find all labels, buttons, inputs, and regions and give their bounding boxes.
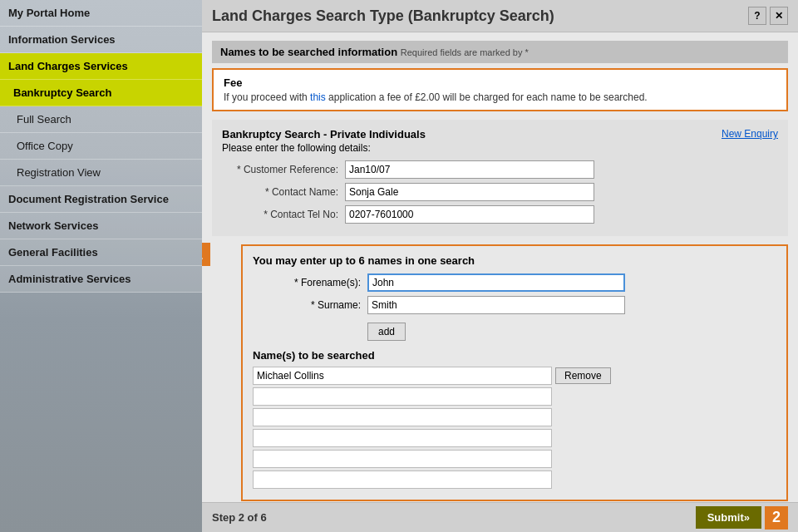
surname-row: * Surname: xyxy=(253,296,776,314)
customer-reference-input[interactable] xyxy=(345,160,594,179)
content-area: Land Charges Search Type (Bankruptcy Sea… xyxy=(202,0,798,532)
searched-name-row-5 xyxy=(253,450,776,468)
contact-tel-row: * Contact Tel No: xyxy=(222,205,778,224)
section-subtext: Required fields are marked by * xyxy=(401,47,529,57)
forename-row: * Forename(s): xyxy=(253,273,776,292)
step-text: Step 2 of 6 xyxy=(212,511,267,524)
sidebar-item-document-registration-service[interactable]: Document Registration Service xyxy=(0,186,202,213)
customer-reference-row: * Customer Reference: xyxy=(222,160,778,179)
fee-text: If you proceed with this application a f… xyxy=(224,91,776,103)
sidebar-item-registration-view[interactable]: Registration View xyxy=(0,160,202,186)
section-header: Names to be searched information Require… xyxy=(212,41,788,63)
searched-name-input-1[interactable] xyxy=(253,367,552,385)
searched-name-input-4[interactable] xyxy=(253,429,552,447)
searched-name-row-4 xyxy=(253,429,776,447)
title-icons: ? ✕ xyxy=(748,7,788,25)
submit-button[interactable]: Submit» xyxy=(696,506,761,529)
step-1-badge: 1 xyxy=(202,243,210,266)
contact-tel-label: * Contact Tel No: xyxy=(222,209,338,220)
contact-name-row: * Contact Name: xyxy=(222,183,778,201)
form-section-subtitle: Please enter the following details: xyxy=(222,142,426,154)
new-enquiry-link[interactable]: New Enquiry xyxy=(722,128,778,140)
surname-input[interactable] xyxy=(367,296,625,314)
step-2-badge: 2 xyxy=(765,506,788,530)
searched-name-row-1: Remove xyxy=(253,367,776,385)
names-section: You may enter up to 6 names in one searc… xyxy=(241,244,788,501)
searched-name-input-3[interactable] xyxy=(253,408,552,426)
names-searched-title: Name(s) to be searched xyxy=(253,349,776,362)
names-section-title: You may enter up to 6 names in one searc… xyxy=(253,254,776,267)
sidebar-item-administrative-services[interactable]: Administrative Services xyxy=(0,266,202,293)
customer-reference-label: * Customer Reference: xyxy=(222,164,338,175)
page-title: Land Charges Search Type (Bankruptcy Sea… xyxy=(212,7,554,25)
app-container: My Portal Home Information Services Land… xyxy=(0,0,798,532)
contact-tel-input[interactable] xyxy=(345,205,594,224)
page-title-bar: Land Charges Search Type (Bankruptcy Sea… xyxy=(202,0,798,32)
fee-title: Fee xyxy=(224,76,776,89)
contact-name-input[interactable] xyxy=(345,183,594,201)
sidebar-item-land-charges-services[interactable]: Land Charges Services xyxy=(0,53,202,80)
footer-right: Submit» 2 xyxy=(696,506,788,530)
contact-name-label: * Contact Name: xyxy=(222,186,338,198)
fee-box: Fee If you proceed with this application… xyxy=(212,68,788,111)
names-searched-section: Name(s) to be searched Remove xyxy=(253,349,776,489)
remove-button-1[interactable]: Remove xyxy=(555,367,611,384)
sidebar: My Portal Home Information Services Land… xyxy=(0,0,202,532)
surname-label: * Surname: xyxy=(253,299,361,311)
form-section-title: Bankruptcy Search - Private Individuals xyxy=(222,128,426,140)
sidebar-item-general-facilities[interactable]: General Facilities xyxy=(0,239,202,266)
content-scroll: Names to be searched information Require… xyxy=(202,32,798,502)
sidebar-item-my-portal-home[interactable]: My Portal Home xyxy=(0,0,202,27)
searched-name-input-5[interactable] xyxy=(253,450,552,468)
forename-input[interactable] xyxy=(367,273,625,292)
form-section: Bankruptcy Search - Private Individuals … xyxy=(212,120,788,236)
searched-name-input-6[interactable] xyxy=(253,470,552,489)
sidebar-item-information-services[interactable]: Information Services xyxy=(0,27,202,53)
sidebar-item-network-services[interactable]: Network Services xyxy=(0,213,202,239)
footer-bar: Step 2 of 6 Submit» 2 xyxy=(202,502,798,532)
searched-name-row-3 xyxy=(253,408,776,426)
close-icon-button[interactable]: ✕ xyxy=(770,7,788,25)
searched-name-row-6 xyxy=(253,470,776,489)
searched-name-row-2 xyxy=(253,387,776,406)
add-button[interactable]: add xyxy=(367,323,406,341)
sidebar-item-office-copy[interactable]: Office Copy xyxy=(0,133,202,160)
searched-name-input-2[interactable] xyxy=(253,387,552,406)
help-icon-button[interactable]: ? xyxy=(748,7,766,25)
sidebar-item-bankruptcy-search[interactable]: Bankruptcy Search xyxy=(0,80,202,106)
forename-label: * Forename(s): xyxy=(253,277,361,288)
sidebar-item-full-search[interactable]: Full Search xyxy=(0,106,202,133)
